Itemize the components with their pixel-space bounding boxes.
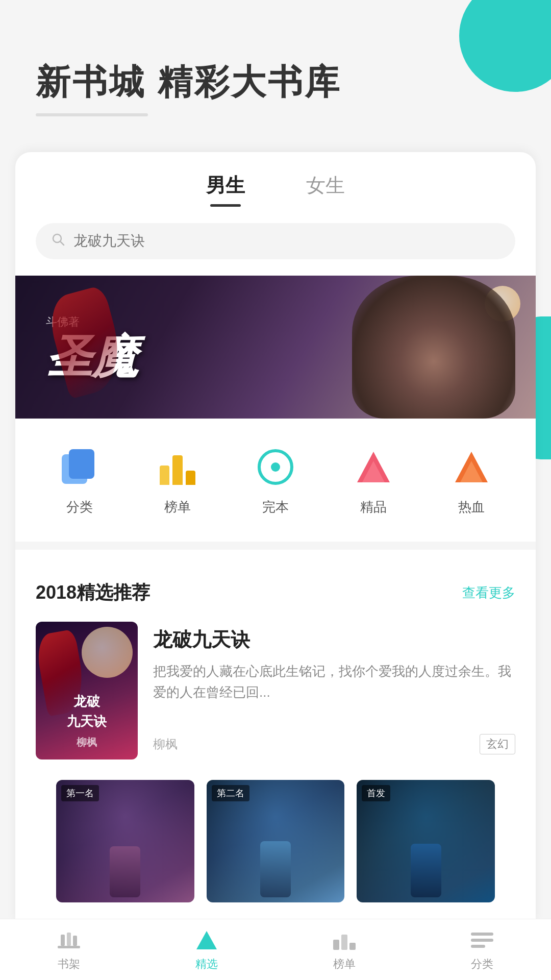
- rank-icon: [155, 444, 201, 490]
- svg-rect-14: [471, 939, 493, 942]
- svg-rect-6: [58, 946, 80, 948]
- tabs-row: 男生 女生: [15, 152, 536, 207]
- grid-book-cover-2: 第二名: [207, 780, 345, 902]
- nav-featured-label: 精选: [195, 957, 218, 972]
- book-tag: 玄幻: [480, 734, 515, 754]
- nav-rank-label: 榜单: [333, 957, 356, 972]
- nav-classify-label: 分类: [471, 957, 493, 972]
- category-hot[interactable]: 热血: [448, 444, 494, 516]
- banner-figure: [352, 276, 515, 419]
- category-rank[interactable]: 榜单: [155, 444, 201, 516]
- classify-label: 分类: [66, 498, 93, 516]
- nav-shelf-label: 书架: [58, 957, 80, 972]
- rec-more-button[interactable]: 查看更多: [462, 584, 515, 602]
- recommendations-section: 2018精选推荐 查看更多 龙破九天诀柳枫 龙破九天诀 把我爱的人藏在心底此生铭…: [15, 560, 536, 902]
- book-title: 龙破九天诀: [153, 627, 515, 653]
- featured-book-item[interactable]: 龙破九天诀柳枫 龙破九天诀 把我爱的人藏在心底此生铭记，找你个爱我的人度过余生。…: [36, 622, 515, 760]
- search-input[interactable]: [73, 233, 500, 249]
- rec-title: 2018精选推荐: [36, 580, 150, 605]
- book-description: 把我爱的人藏在心底此生铭记，找你个爱我的人度过余生。我爱的人在曾经已回...: [153, 661, 515, 703]
- book-info: 龙破九天诀 把我爱的人藏在心底此生铭记，找你个爱我的人度过余生。我爱的人在曾经已…: [153, 622, 515, 760]
- svg-rect-13: [471, 933, 493, 936]
- svg-rect-9: [73, 936, 77, 946]
- shelf-icon: [57, 928, 81, 952]
- grid-book-2[interactable]: 第二名: [207, 780, 345, 902]
- book-author: 柳枫: [153, 736, 178, 752]
- complete-label: 完本: [262, 498, 289, 516]
- nav-rank[interactable]: 榜单: [276, 928, 413, 972]
- grid-book-3[interactable]: 首发: [357, 780, 495, 902]
- cover-text: 龙破九天诀柳枫: [36, 692, 138, 751]
- title-underbar: [36, 113, 148, 116]
- quick-categories: 分类 榜单 完本: [15, 419, 536, 531]
- search-icon: [51, 232, 65, 250]
- quality-label: 精品: [360, 498, 387, 516]
- svg-rect-8: [67, 933, 71, 946]
- cover-moon: [82, 627, 133, 678]
- svg-line-1: [60, 241, 64, 245]
- rec-header: 2018精选推荐 查看更多: [36, 580, 515, 605]
- grid-book-badge-3: 首发: [362, 785, 390, 801]
- svg-rect-10: [333, 940, 339, 950]
- rank-label: 榜单: [164, 498, 191, 516]
- svg-rect-7: [61, 935, 65, 946]
- grid-book-1[interactable]: 第一名: [56, 780, 194, 902]
- category-quality[interactable]: 精品: [350, 444, 396, 516]
- book-grid: 第一名 第二名 首发: [36, 780, 515, 902]
- hot-icon: [448, 444, 494, 490]
- book-cover-large: 龙破九天诀柳枫: [36, 622, 138, 760]
- category-classify[interactable]: 分类: [57, 444, 103, 516]
- grid-book-cover-3: 首发: [357, 780, 495, 902]
- svg-rect-15: [471, 945, 485, 948]
- rank-nav-icon: [332, 928, 357, 952]
- tab-female[interactable]: 女生: [306, 173, 345, 207]
- book-meta: 柳枫 玄幻: [153, 734, 515, 754]
- grid-book-cover-1: 第一名: [56, 780, 194, 902]
- tab-male[interactable]: 男生: [206, 173, 245, 207]
- nav-classify[interactable]: 分类: [413, 928, 551, 972]
- nav-featured[interactable]: 精选: [138, 928, 276, 972]
- quality-icon: [350, 444, 396, 490]
- featured-icon: [194, 928, 219, 952]
- nav-shelf[interactable]: 书架: [0, 928, 138, 972]
- classify-icon: [57, 444, 103, 490]
- svg-rect-12: [349, 943, 356, 950]
- main-card: 男生 女生 斗佛著 圣魔: [15, 152, 536, 923]
- bottom-navigation: 书架 精选 榜单 分类: [0, 919, 551, 980]
- hot-label: 热血: [458, 498, 485, 516]
- banner[interactable]: 斗佛著 圣魔: [15, 276, 536, 419]
- svg-rect-11: [341, 935, 347, 950]
- grid-book-badge-2: 第二名: [212, 785, 249, 801]
- search-bar[interactable]: [36, 223, 515, 259]
- header-area: 新书城 精彩大书库: [0, 0, 551, 137]
- page-title: 新书城 精彩大书库: [36, 61, 515, 103]
- grid-book-badge-1: 第一名: [61, 785, 99, 801]
- classify-nav-icon: [470, 928, 494, 952]
- category-complete[interactable]: 完本: [253, 444, 298, 516]
- complete-icon: [253, 444, 298, 490]
- section-divider: [15, 542, 536, 550]
